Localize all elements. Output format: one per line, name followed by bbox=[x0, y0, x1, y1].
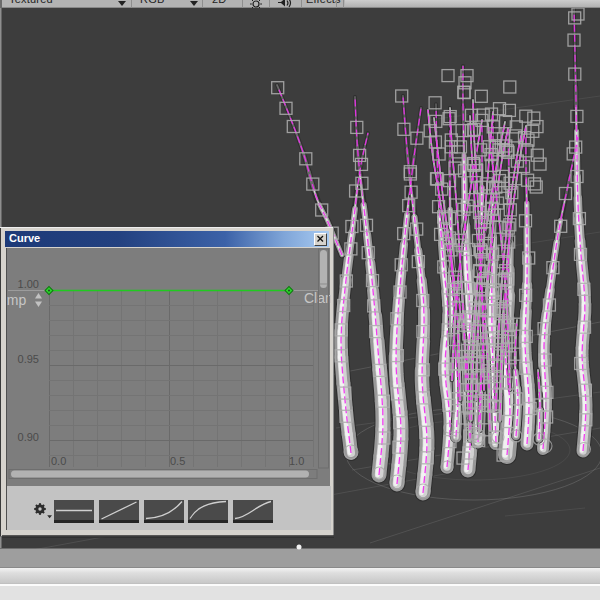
svg-text:0.5: 0.5 bbox=[170, 455, 185, 467]
svg-text:0.0: 0.0 bbox=[51, 455, 66, 467]
svg-text:1.00: 1.00 bbox=[18, 278, 39, 290]
svg-text:1.0: 1.0 bbox=[289, 455, 304, 467]
svg-text:amp: amp bbox=[7, 292, 26, 308]
svg-text:Clamp: Clamp bbox=[304, 290, 331, 306]
svg-text:0.95: 0.95 bbox=[18, 353, 39, 365]
svg-text:0.90: 0.90 bbox=[18, 431, 39, 443]
